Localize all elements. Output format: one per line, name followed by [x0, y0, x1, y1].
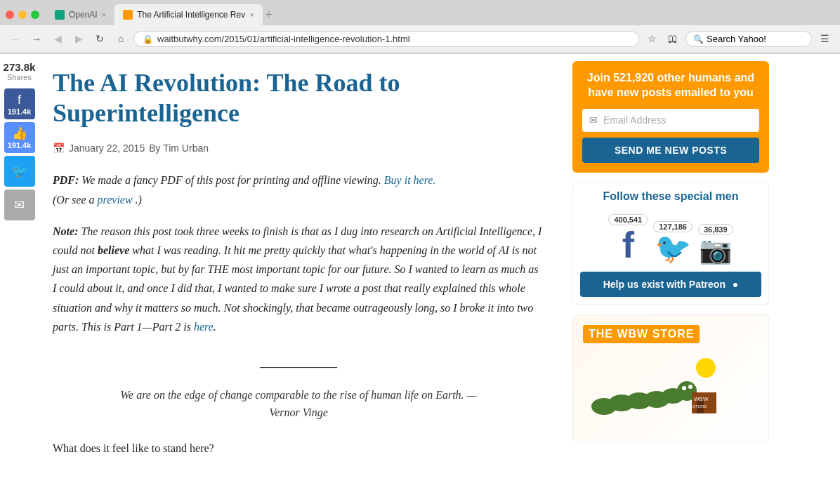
close-window-button[interactable]: [6, 11, 14, 19]
email-share-button[interactable]: ✉: [4, 190, 35, 220]
pdf-label: PDF:: [53, 174, 79, 186]
stand-here-text: What does it feel like to stand here?: [53, 439, 544, 458]
patreon-label: Help us exist with Patreon: [603, 279, 726, 290]
svg-text:STORE: STORE: [693, 404, 707, 409]
social-figures: 400,541 f 127,186 🐦 36,839 📷: [580, 210, 761, 267]
email-widget: Join 521,920 other humans and have new p…: [572, 61, 769, 173]
facebook-share-button[interactable]: f 191.4k: [4, 88, 35, 119]
store-decoration: WBW STORE: [583, 350, 723, 420]
total-shares: 273.8k Shares: [4, 61, 36, 81]
share-number: 273.8k: [4, 61, 36, 73]
back-button-2[interactable]: ◀: [49, 31, 66, 48]
article-date: January 22, 2015: [69, 142, 145, 154]
twitter-share-button[interactable]: 🐦: [4, 156, 35, 187]
store-title: THE WBW STORE: [589, 328, 694, 340]
email-envelope-icon: ✉: [589, 114, 598, 126]
facebook-like-button[interactable]: 👍 191.4k: [4, 122, 35, 153]
search-placeholder: Search Yahoo!: [707, 34, 766, 44]
email-icon: ✉: [14, 197, 25, 213]
store-widget[interactable]: THE WBW STORE: [572, 314, 769, 442]
calendar-icon: 📅: [53, 142, 65, 154]
svg-point-7: [688, 385, 693, 389]
search-icon: 🔍: [693, 34, 704, 44]
maximize-window-button[interactable]: [31, 11, 39, 19]
main-content: The AI Revolution: The Road to Superinte…: [39, 54, 572, 504]
note-intro: The reason this post took three weeks to…: [53, 225, 542, 333]
minimize-window-button[interactable]: [18, 11, 27, 19]
social-sidebar: 273.8k Shares f 191.4k 👍 191.4k 🐦 ✉: [0, 54, 39, 504]
note-paragraph: Note: The reason this post took three we…: [53, 222, 544, 336]
menu-button[interactable]: ☰: [816, 31, 833, 48]
article-author: By Tim Urban: [149, 142, 209, 154]
tab-label-openai: OpenAI: [69, 10, 98, 20]
lock-icon: 🔒: [143, 34, 153, 44]
here-link[interactable]: here: [194, 321, 214, 333]
thumbsup-icon: 👍: [12, 126, 27, 141]
instagram-follow-count: 36,839: [698, 224, 733, 235]
note-rest: what I was reading. It hit me pretty qui…: [53, 244, 538, 333]
article-divider: ___________: [53, 353, 544, 369]
back-button[interactable]: ←: [7, 31, 24, 48]
twitter-follow-icon: 🐦: [655, 234, 691, 263]
pdf-close: .): [136, 194, 142, 206]
note-period: .: [214, 321, 216, 333]
page-container: 273.8k Shares f 191.4k 👍 191.4k 🐦 ✉ The …: [0, 54, 840, 504]
forward-button[interactable]: →: [28, 31, 45, 48]
instagram-follow-icon: 📷: [699, 237, 732, 263]
facebook-count: 191.4k: [8, 107, 32, 116]
twitter-follow[interactable]: 127,186 🐦: [653, 221, 693, 263]
email-input-wrap[interactable]: ✉ Email Address: [582, 109, 759, 132]
like-count: 191.4k: [8, 141, 32, 150]
facebook-follow[interactable]: 400,541 f: [608, 214, 648, 263]
facebook-follow-count: 400,541: [608, 214, 648, 225]
pdf-secondary: (Or see a: [53, 194, 95, 206]
tab-label-waibw: The Artificial Intelligence Rev: [137, 10, 245, 20]
buy-link[interactable]: Buy it here.: [384, 174, 436, 186]
believe-word: believe: [98, 244, 129, 256]
follow-widget: Follow these special men 400,541 f 127,1…: [572, 183, 769, 305]
send-me-posts-button[interactable]: SEND ME NEW POSTS: [582, 138, 759, 163]
nav-bar: ← → ◀ ▶ ↻ ⌂ 🔒 waitbutwhy.com/2015/01/art…: [0, 25, 840, 53]
forward-button-2[interactable]: ▶: [70, 31, 87, 48]
facebook-follow-icon: f: [622, 227, 634, 263]
tab-close-openai[interactable]: ×: [102, 11, 106, 19]
store-image: THE WBW STORE: [573, 315, 768, 442]
right-sidebar: Join 521,920 other humans and have new p…: [572, 54, 776, 504]
preview-link[interactable]: preview: [98, 194, 133, 206]
search-bar[interactable]: 🔍 Search Yahoo!: [685, 31, 812, 47]
pdf-text: We made a fancy PDF of this post for pri…: [81, 174, 381, 186]
pdf-paragraph: PDF: We made a fancy PDF of this post fo…: [53, 171, 544, 208]
tab-waibw[interactable]: The Artificial Intelligence Rev ×: [114, 4, 263, 25]
twitter-follow-count: 127,186: [653, 221, 693, 232]
email-widget-title: Join 521,920 other humans and have new p…: [582, 71, 759, 100]
refresh-button[interactable]: ↻: [91, 31, 108, 48]
svg-point-6: [682, 386, 686, 390]
new-tab-button[interactable]: +: [265, 8, 273, 22]
share-label: Shares: [4, 73, 36, 81]
svg-text:WBW: WBW: [694, 396, 709, 402]
note-label: Note:: [53, 225, 78, 237]
url-bar[interactable]: 🔒 waitbutwhy.com/2015/01/artificial-inte…: [133, 31, 639, 47]
instagram-follow[interactable]: 36,839 📷: [698, 224, 733, 263]
article-body: PDF: We made a fancy PDF of this post fo…: [53, 171, 544, 458]
url-text: waitbutwhy.com/2015/01/artificial-intell…: [157, 34, 410, 44]
twitter-icon: 🐦: [12, 164, 27, 179]
svg-point-8: [696, 358, 716, 378]
browser-chrome: OpenAI × The Artificial Intelligence Rev…: [0, 0, 840, 54]
reader-view-button[interactable]: 🕮: [664, 31, 681, 48]
window-controls: [6, 11, 39, 19]
patreon-icon: ●: [733, 279, 738, 290]
quote-text: We are on the edge of change comparable …: [120, 389, 477, 419]
home-button[interactable]: ⌂: [112, 31, 129, 48]
article-meta: 📅 January 22, 2015 By Tim Urban: [53, 142, 544, 154]
email-address-placeholder: Email Address: [603, 114, 666, 126]
bookmark-toggle[interactable]: ☆: [643, 31, 660, 48]
tab-openai[interactable]: OpenAI ×: [46, 4, 114, 25]
article-quote: We are on the edge of change comparable …: [53, 386, 544, 422]
follow-title: Follow these special men: [580, 190, 761, 203]
tab-favicon-waibw: [123, 10, 133, 20]
tab-favicon-openai: [55, 10, 65, 20]
tab-bar: OpenAI × The Artificial Intelligence Rev…: [0, 0, 840, 25]
tab-close-waibw[interactable]: ×: [249, 11, 254, 19]
patreon-button[interactable]: Help us exist with Patreon ●: [580, 272, 761, 297]
